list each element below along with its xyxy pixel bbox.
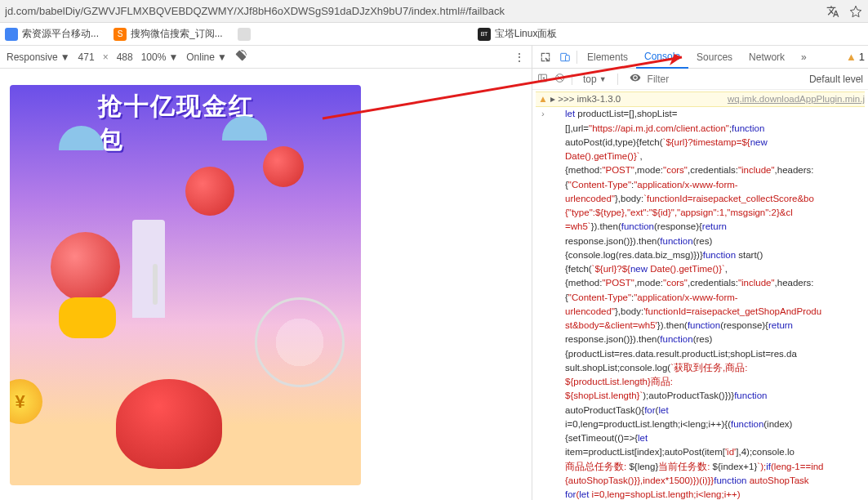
log-message: ▸ >>> imk3-1.3.0 <box>550 92 721 106</box>
tab-sources[interactable]: Sources <box>688 46 741 69</box>
device-viewport: 抢十亿现金红包 <box>0 69 532 500</box>
bookmark-label: 索资源平台移动... <box>22 27 99 41</box>
console-toolbar: top ▼ Default level <box>532 69 868 90</box>
ferris-wheel-graphic <box>255 297 345 387</box>
warning-icon: ▲ <box>536 92 550 106</box>
bookmarks-bar: 索资源平台移动... S 搜狗微信搜索_订阅... BT 宝塔Linux面板 <box>0 23 868 46</box>
log-source-link[interactable]: wq.imk.downloadAppPlugin.min.j <box>728 92 865 106</box>
tab-network[interactable]: Network <box>741 46 793 69</box>
log-level-selector[interactable]: Default level <box>809 74 863 85</box>
bookmark-favicon <box>238 28 251 41</box>
console-input-row[interactable]: › let productList=[],shopList= [],url="h… <box>536 107 865 500</box>
devtools-tabs: Elements Console Sources Network » ▲ 1 <box>532 46 868 69</box>
bookmark-favicon: BT <box>478 28 491 41</box>
tower-graphic <box>132 220 165 318</box>
translate-icon[interactable] <box>826 4 840 19</box>
console-sidebar-toggle-icon[interactable] <box>537 73 548 86</box>
clear-console-icon[interactable] <box>554 73 565 86</box>
character-graphic <box>263 146 304 187</box>
inspect-icon[interactable] <box>536 51 555 63</box>
divider <box>572 74 572 85</box>
character-graphic <box>51 232 120 301</box>
tab-console[interactable]: Console <box>636 46 688 69</box>
bookmark-label: 宝塔Linux面板 <box>495 27 558 41</box>
console-code: let productList=[],shopList= [],url="htt… <box>550 107 824 500</box>
divider <box>576 51 577 64</box>
warning-counter[interactable]: ▲ 1 <box>846 51 865 63</box>
height-input[interactable]: 488 <box>117 51 133 63</box>
zoom-selector[interactable]: 100% ▼ <box>141 51 179 63</box>
warning-icon: ▲ <box>846 51 857 63</box>
tab-overflow-icon[interactable]: » <box>793 46 815 69</box>
dimension-x: × <box>103 51 109 63</box>
devtools-panel: Elements Console Sources Network » ▲ 1 t… <box>532 46 868 500</box>
width-input[interactable]: 471 <box>78 51 95 63</box>
address-bar: jd.com/babelDiy/GZWVJFLMXBQVEBDQZWMY/XJf… <box>0 0 868 23</box>
coin-graphic <box>10 379 42 424</box>
bookmark-item[interactable]: S 搜狗微信搜索_订阅... <box>114 27 223 41</box>
resize-handle[interactable] <box>153 264 158 305</box>
throttle-selector[interactable]: Online ▼ <box>186 51 227 63</box>
console-warning-row[interactable]: ▲ ▸ >>> imk3-1.3.0 wq.imk.downloadAppPlu… <box>536 92 865 107</box>
device-emulation-panel: Responsive ▼ 471 × 488 100% ▼ Online ▼ ⋮… <box>0 46 532 500</box>
url-text[interactable]: jd.com/babelDiy/GZWVJFLMXBQVEBDQZWMY/XJf… <box>5 5 817 17</box>
bookmark-item[interactable] <box>238 28 251 41</box>
star-icon[interactable] <box>848 4 863 19</box>
tab-elements[interactable]: Elements <box>579 46 636 69</box>
bookmark-item[interactable]: BT 宝塔Linux面板 <box>478 27 558 41</box>
device-toggle-icon[interactable] <box>555 51 575 63</box>
emulated-page[interactable]: 抢十亿现金红包 <box>10 85 361 485</box>
filter-input[interactable] <box>648 74 688 85</box>
divider <box>617 74 618 85</box>
svg-rect-1 <box>566 55 570 60</box>
character-graphic <box>59 297 116 338</box>
context-selector[interactable]: top ▼ <box>579 72 611 87</box>
kebab-menu-icon[interactable]: ⋮ <box>514 51 525 64</box>
bookmark-item[interactable]: 索资源平台移动... <box>5 27 99 41</box>
chevron-right-icon: › <box>536 107 550 121</box>
device-selector[interactable]: Responsive ▼ <box>7 51 70 63</box>
bookmark-favicon: S <box>114 28 127 41</box>
character-graphic <box>185 167 234 216</box>
rotate-icon[interactable] <box>235 50 247 64</box>
bookmark-favicon <box>5 28 18 41</box>
console-output[interactable]: ▲ ▸ >>> imk3-1.3.0 wq.imk.downloadAppPlu… <box>532 90 868 500</box>
character-graphic <box>116 379 222 469</box>
device-toolbar: Responsive ▼ 471 × 488 100% ▼ Online ▼ ⋮ <box>0 46 532 69</box>
live-expression-icon[interactable] <box>630 72 641 86</box>
bookmark-label: 搜狗微信搜索_订阅... <box>131 27 223 41</box>
